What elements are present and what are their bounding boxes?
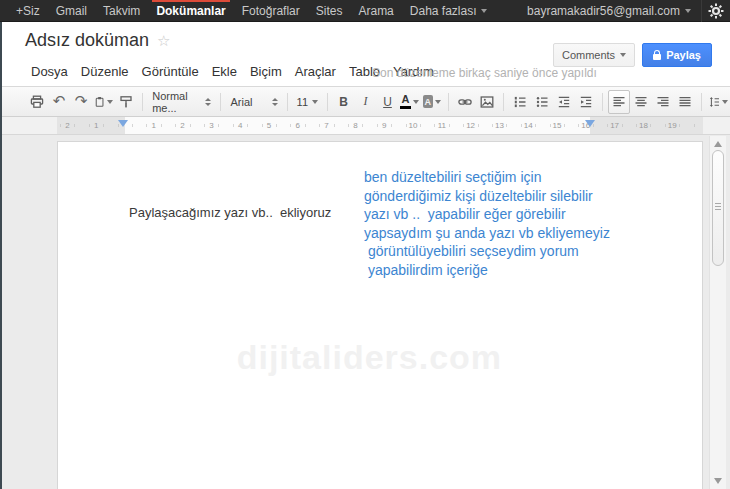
topbar-item-label: Fotoğraflar	[242, 4, 300, 18]
underline-button[interactable]: U	[377, 90, 399, 114]
updown-icon	[205, 98, 211, 106]
print-button[interactable]	[26, 90, 48, 114]
menu-dosya[interactable]: Dosya	[25, 62, 74, 81]
ruler-label: 3	[209, 121, 213, 130]
topbar-item-+siz[interactable]: +Siz	[8, 0, 48, 21]
underline-icon: U	[383, 95, 392, 109]
text-color-button[interactable]: A	[399, 90, 421, 114]
outdent-icon	[557, 95, 571, 109]
scrollbar-thumb[interactable]	[712, 150, 724, 266]
lock-icon	[653, 54, 661, 60]
menu-düzenle[interactable]: Düzenle	[75, 62, 135, 81]
line-spacing-button[interactable]	[707, 90, 730, 114]
indent-button[interactable]	[575, 90, 597, 114]
menu-araçlar[interactable]: Araçlar	[289, 62, 342, 81]
document-text-line: gönderdiğimiz kişi düzeltebilir silebili…	[364, 187, 610, 206]
topbar-item-takvim[interactable]: Takvim	[95, 0, 148, 21]
right-indent-marker[interactable]	[585, 120, 595, 127]
vertical-scrollbar[interactable]	[709, 136, 726, 489]
ruler-label: 2	[65, 121, 69, 130]
line-spacing-icon	[709, 95, 720, 109]
chevron-down-icon	[312, 100, 318, 104]
ruler-label: 15	[553, 121, 562, 130]
topbar-item-fotoğraflar[interactable]: Fotoğraflar	[234, 0, 308, 21]
chevron-down-icon	[413, 100, 419, 104]
document-page[interactable]: dijitaliders.com Paylaşacağımız yazı vb.…	[57, 141, 703, 489]
document-text-line: yapsaydım şu anda yazı vb ekliyemeyiz	[364, 224, 610, 243]
font-size-value: 11	[297, 96, 308, 108]
topbar-item-gmail[interactable]: Gmail	[48, 0, 95, 21]
web-clipboard-button[interactable]	[92, 90, 115, 114]
font-size-select[interactable]: 11	[293, 91, 322, 113]
scroll-down-arrow[interactable]	[714, 478, 722, 484]
paint-format-button[interactable]	[115, 90, 137, 114]
ruler-label: 12	[466, 121, 475, 130]
scroll-up-arrow[interactable]	[714, 141, 722, 147]
toolbar-separator	[448, 93, 449, 111]
numbered-list-icon	[513, 95, 527, 109]
toolbar-separator	[142, 93, 143, 111]
star-icon[interactable]: ☆	[157, 33, 170, 48]
chevron-down-icon	[481, 9, 487, 13]
ruler-label: 17	[610, 121, 619, 130]
font-value: Arial	[230, 96, 252, 108]
align-justify-button[interactable]	[674, 90, 696, 114]
menu-ekle[interactable]: Ekle	[206, 62, 243, 81]
font-family-select[interactable]: Arial	[226, 91, 281, 113]
window-left-edge	[0, 0, 2, 489]
insert-image-button[interactable]	[476, 90, 498, 114]
align-center-icon	[634, 95, 648, 109]
document-area: dijitaliders.com Paylaşacağımız yazı vb.…	[0, 135, 730, 489]
style-value: Normal me...	[152, 90, 199, 114]
document-blue-text: ben düzeltebiliri seçtiğim içingönderdiğ…	[364, 168, 610, 280]
left-indent-marker[interactable]	[118, 120, 128, 127]
text-color-icon: A	[400, 94, 411, 109]
account-email: bayramakadir56@gmail.com	[527, 4, 680, 18]
ruler-label: 2	[180, 121, 184, 130]
google-docs-window: +SizGmailTakvimDokümanlarFotoğraflarSite…	[0, 0, 730, 489]
redo-button[interactable]: ↷	[70, 90, 92, 114]
bullet-list-button[interactable]	[531, 90, 553, 114]
topbar-item-arama[interactable]: Arama	[350, 0, 401, 21]
share-button[interactable]: Paylaş	[642, 43, 712, 67]
undo-button[interactable]: ↶	[48, 90, 70, 114]
italic-button[interactable]: I	[355, 90, 377, 114]
insert-link-button[interactable]	[454, 90, 476, 114]
toolbar-separator	[220, 93, 221, 111]
menu-görüntüle[interactable]: Görüntüle	[136, 62, 205, 81]
topbar-item-dokümanlar[interactable]: Dokümanlar	[148, 0, 233, 21]
outdent-button[interactable]	[553, 90, 575, 114]
highlight-color-button[interactable]: A	[421, 90, 443, 114]
align-center-button[interactable]	[630, 90, 652, 114]
numbered-list-button[interactable]	[509, 90, 531, 114]
indent-icon	[579, 95, 593, 109]
menu-biçim[interactable]: Biçim	[244, 62, 288, 81]
printer-icon	[30, 95, 44, 109]
chevron-down-icon	[722, 100, 728, 104]
align-left-button[interactable]	[608, 90, 630, 114]
comments-button[interactable]: Comments	[553, 43, 635, 67]
topbar-item-daha-fazlası[interactable]: Daha fazlası	[402, 0, 495, 21]
last-edit-status: Son düzenleme birkaç saniye önce yapıldı	[372, 66, 597, 80]
paragraph-style-select[interactable]: Normal me...	[148, 91, 215, 113]
comments-label: Comments	[562, 49, 615, 61]
scrollbar-grip	[715, 203, 721, 210]
document-header: Adsız doküman ☆ DosyaDüzenleGörüntüleEkl…	[0, 22, 730, 86]
bold-button[interactable]: B	[333, 90, 355, 114]
document-title[interactable]: Adsız doküman	[25, 30, 149, 51]
topbar-item-label: Dokümanlar	[156, 4, 225, 18]
topbar-item-label: Gmail	[56, 4, 87, 18]
toolbar-separator	[602, 93, 603, 111]
chevron-down-icon	[107, 100, 113, 104]
formatting-toolbar: ↶ ↷ Normal me... Arial	[0, 86, 730, 117]
header-buttons: Comments Paylaş	[553, 43, 712, 67]
document-text-line: yapabilirdim içeriğe	[364, 261, 610, 280]
topbar-item-sites[interactable]: Sites	[308, 0, 351, 21]
align-right-button[interactable]	[652, 90, 674, 114]
ruler-label: 14	[524, 121, 533, 130]
highlight-icon: A	[423, 95, 433, 108]
ruler-label: 4	[238, 121, 242, 130]
title-row: Adsız doküman ☆	[25, 30, 171, 51]
account-menu[interactable]: bayramakadir56@gmail.com	[517, 4, 701, 18]
settings-gear-button[interactable]	[702, 0, 730, 22]
